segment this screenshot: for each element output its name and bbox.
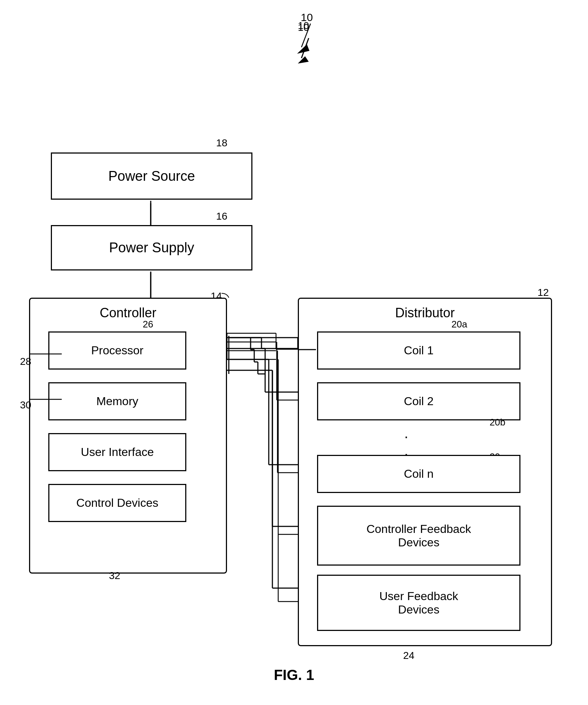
ref-20b: 20b <box>490 417 505 428</box>
user-feedback-label: User Feedback Devices <box>380 590 458 616</box>
power-source-box: Power Source <box>51 152 252 200</box>
figure-label: FIG. 1 <box>274 667 314 683</box>
diagram: 10 10 18 Power Source 16 Power Supply 14… <box>0 0 588 705</box>
svg-marker-1 <box>298 56 309 64</box>
power-source-label: Power Source <box>108 168 195 184</box>
coil1-label: Coil 1 <box>404 344 434 357</box>
power-supply-box: Power Supply <box>51 225 252 270</box>
coiln-box: Coil n <box>317 455 520 493</box>
ref-10: 10 <box>298 20 309 32</box>
memory-label: Memory <box>96 395 138 408</box>
user-interface-label: User Interface <box>81 445 154 459</box>
control-devices-box: Control Devices <box>48 484 186 522</box>
ref-12: 12 <box>538 287 549 298</box>
coiln-label: Coil n <box>404 467 434 481</box>
controller-feedback-box: Controller Feedback Devices <box>317 506 520 566</box>
control-devices-label: Control Devices <box>76 496 158 510</box>
ref-18: 18 <box>216 137 227 149</box>
ref-30: 30 <box>20 399 31 411</box>
controller-feedback-label: Controller Feedback Devices <box>366 522 471 549</box>
ref-28: 28 <box>20 356 31 367</box>
svg-line-0 <box>301 38 309 58</box>
user-interface-box: User Interface <box>48 433 186 471</box>
coil2-box: Coil 2 <box>317 382 520 420</box>
ref-24: 24 <box>403 650 414 661</box>
ref-26: 26 <box>143 319 153 330</box>
processor-box: Processor <box>48 331 186 370</box>
controller-label: Controller <box>100 305 156 321</box>
user-feedback-box: User Feedback Devices <box>317 575 520 631</box>
coil2-label: Coil 2 <box>404 395 434 408</box>
power-supply-label: Power Supply <box>109 240 194 256</box>
controller-group-box: Controller 26 Processor Memory User Inte… <box>29 298 227 574</box>
processor-label: Processor <box>91 344 143 357</box>
distributor-label: Distributor <box>395 305 455 321</box>
memory-box: Memory <box>48 382 186 420</box>
ref-20a: 20a <box>451 319 467 330</box>
distributor-group-box: Distributor 20a Coil 1 Coil 2 20b · · · … <box>298 298 552 646</box>
ref-32: 32 <box>109 570 120 582</box>
coil1-box: Coil 1 <box>317 331 520 370</box>
ref-16: 16 <box>216 211 227 222</box>
